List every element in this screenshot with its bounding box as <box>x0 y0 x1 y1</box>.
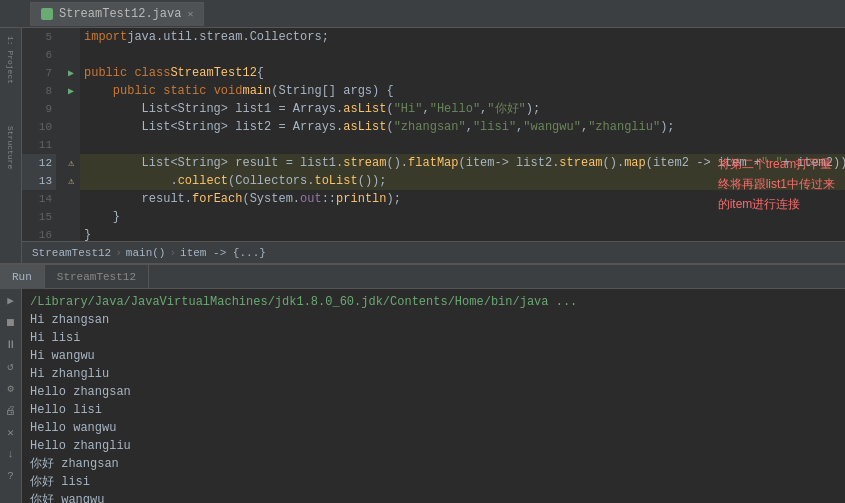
tab-filename: StreamTest12.java <box>59 7 181 21</box>
print-button[interactable]: 🖨 <box>4 403 18 417</box>
breadcrumb-sep1: › <box>115 247 122 259</box>
gutter-14 <box>62 190 80 208</box>
pause-button[interactable]: ⏸ <box>4 337 18 351</box>
line-numbers: 5 6 7 8 9 10 11 12 13 14 15 16 17 <box>22 28 62 241</box>
ln-14: 14 <box>22 190 56 208</box>
code-content: 5 6 7 8 9 10 11 12 13 14 15 16 17 ▶ ▶ <box>22 28 845 241</box>
streamtest-tab[interactable]: StreamTest12 <box>45 265 149 289</box>
ln-10: 10 <box>22 118 56 136</box>
code-line-14: result.forEach(System.out::println); <box>80 190 845 208</box>
clear-button[interactable]: ✕ <box>4 425 18 439</box>
structure-label: Structure <box>6 126 15 169</box>
gutter-5 <box>62 28 80 46</box>
code-line-7: public class StreamTest12 { <box>80 64 845 82</box>
editor-area: 1: Project Structure 5 6 7 8 9 10 11 12 … <box>0 28 845 263</box>
gutter-9 <box>62 100 80 118</box>
ln-16: 16 <box>22 226 56 241</box>
output-area: /Library/Java/JavaVirtualMachines/jdk1.8… <box>22 289 845 503</box>
output-line-6: Hello lisi <box>30 401 837 419</box>
ln-8: 8 <box>22 82 56 100</box>
code-line-8: public static void main(String[] args) { <box>80 82 845 100</box>
bottom-panel: Run StreamTest12 ▶ ⏹ ⏸ ↺ ⚙ 🖨 ✕ ↓ ? /Libr… <box>0 263 845 503</box>
gutter-7: ▶ <box>62 64 80 82</box>
output-line-3: Hi wangwu <box>30 347 837 365</box>
ln-11: 11 <box>22 136 56 154</box>
gutter-8: ▶ <box>62 82 80 100</box>
output-path-line: /Library/Java/JavaVirtualMachines/jdk1.8… <box>30 293 837 311</box>
code-line-11 <box>80 136 845 154</box>
gutter-15 <box>62 208 80 226</box>
output-line-5: Hello zhangsan <box>30 383 837 401</box>
ln-13: 13 <box>22 172 56 190</box>
output-line-8: Hello zhangliu <box>30 437 837 455</box>
ln-15: 15 <box>22 208 56 226</box>
gutter-16 <box>62 226 80 241</box>
code-line-15: } <box>80 208 845 226</box>
file-tab[interactable]: StreamTest12.java ✕ <box>30 2 204 26</box>
output-line-4: Hi zhangliu <box>30 365 837 383</box>
tab-close-button[interactable]: ✕ <box>187 8 193 20</box>
ln-9: 9 <box>22 100 56 118</box>
stop-button[interactable]: ⏹ <box>4 315 18 329</box>
output-path-text: /Library/Java/JavaVirtualMachines/jdk1.8… <box>30 295 577 309</box>
gutter-13: ⚠ <box>62 172 80 190</box>
ln-7: 7 <box>22 64 56 82</box>
rerun-button[interactable]: ↺ <box>4 359 18 373</box>
run-tab[interactable]: Run <box>0 265 45 289</box>
code-editor: 5 6 7 8 9 10 11 12 13 14 15 16 17 ▶ ▶ <box>22 28 845 263</box>
code-line-9: List<String> list1 = Arrays.asList("Hi",… <box>80 100 845 118</box>
output-line-1: Hi zhangsan <box>30 311 837 329</box>
help-button[interactable]: ? <box>4 469 18 483</box>
output-line-9: 你好 zhangsan <box>30 455 837 473</box>
gutter-12: ⚠ <box>62 154 80 172</box>
breadcrumb-lambda[interactable]: item -> {...} <box>180 247 266 259</box>
code-line-16: } <box>80 226 845 241</box>
code-line-12: List<String> result = list1.stream().fla… <box>80 154 845 172</box>
ln-12: 12 <box>22 154 56 172</box>
gutter-area: ▶ ▶ ⚠ ⚠ <box>62 28 80 241</box>
gutter-6 <box>62 46 80 64</box>
ln-5: 5 <box>22 28 56 46</box>
code-line-5: import java.util.stream.Collectors; <box>80 28 845 46</box>
settings-button[interactable]: ⚙ <box>4 381 18 395</box>
code-line-13: .collect(Collectors.toList()); <box>80 172 845 190</box>
tab-bar: StreamTest12.java ✕ <box>0 0 845 28</box>
left-sidebar: 1: Project Structure <box>0 28 22 263</box>
run-tab-label: Run <box>12 271 32 283</box>
code-line-10: List<String> list2 = Arrays.asList("zhan… <box>80 118 845 136</box>
gutter-10 <box>62 118 80 136</box>
scroll-button[interactable]: ↓ <box>4 447 18 461</box>
panel-left-controls: ▶ ⏹ ⏸ ↺ ⚙ 🖨 ✕ ↓ ? <box>0 289 22 503</box>
output-line-7: Hello wangwu <box>30 419 837 437</box>
code-lines[interactable]: import java.util.stream.Collectors; publ… <box>80 28 845 241</box>
output-line-11: 你好 wangwu <box>30 491 837 503</box>
output-line-10: 你好 lisi <box>30 473 837 491</box>
project-label: 1: Project <box>6 36 15 84</box>
output-line-2: Hi lisi <box>30 329 837 347</box>
panel-tabs: Run StreamTest12 <box>0 265 845 289</box>
streamtest-tab-label: StreamTest12 <box>57 271 136 283</box>
panel-content: ▶ ⏹ ⏸ ↺ ⚙ 🖨 ✕ ↓ ? /Library/Java/JavaVirt… <box>0 289 845 503</box>
java-file-icon <box>41 8 53 20</box>
breadcrumb-method[interactable]: main() <box>126 247 166 259</box>
play-button[interactable]: ▶ <box>4 293 18 307</box>
code-line-6 <box>80 46 845 64</box>
breadcrumb-sep2: › <box>169 247 176 259</box>
breadcrumb-bar: StreamTest12 › main() › item -> {...} <box>22 241 845 263</box>
breadcrumb-class[interactable]: StreamTest12 <box>32 247 111 259</box>
gutter-11 <box>62 136 80 154</box>
ln-6: 6 <box>22 46 56 64</box>
